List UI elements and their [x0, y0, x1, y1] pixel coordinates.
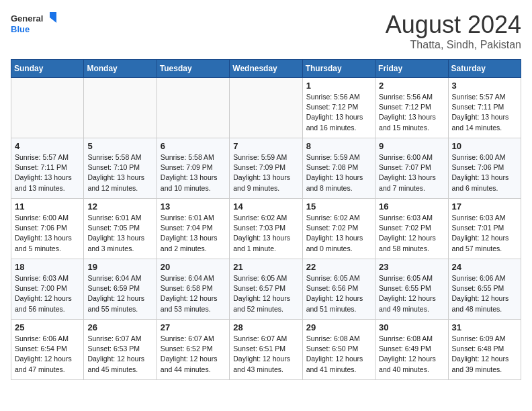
day-info: Sunrise: 6:04 AMSunset: 6:59 PMDaylight:…	[87, 273, 152, 314]
svg-text:Blue: Blue	[11, 24, 30, 34]
day-number: 23	[379, 262, 444, 272]
weekday-header-wednesday: Wednesday	[230, 60, 302, 78]
calendar-cell: 6Sunrise: 5:58 AMSunset: 7:09 PMDaylight…	[157, 138, 229, 199]
calendar-cell	[230, 78, 302, 138]
calendar-cell: 25Sunrise: 6:06 AMSunset: 6:54 PMDayligh…	[11, 320, 84, 380]
day-info: Sunrise: 6:00 AMSunset: 7:06 PMDaylight:…	[452, 152, 517, 193]
day-info: Sunrise: 6:03 AMSunset: 7:01 PMDaylight:…	[452, 213, 517, 254]
calendar-cell: 30Sunrise: 6:08 AMSunset: 6:49 PMDayligh…	[375, 320, 448, 380]
day-info: Sunrise: 5:59 AMSunset: 7:09 PMDaylight:…	[233, 152, 298, 193]
day-number: 30	[379, 322, 444, 332]
day-number: 24	[452, 262, 517, 272]
day-info: Sunrise: 6:01 AMSunset: 7:04 PMDaylight:…	[161, 213, 226, 254]
day-info: Sunrise: 5:57 AMSunset: 7:11 PMDaylight:…	[452, 92, 517, 133]
calendar-cell: 11Sunrise: 6:00 AMSunset: 7:06 PMDayligh…	[11, 199, 84, 259]
day-number: 31	[452, 322, 517, 332]
day-number: 21	[233, 262, 298, 272]
day-number: 18	[15, 262, 80, 272]
day-info: Sunrise: 6:06 AMSunset: 6:54 PMDaylight:…	[15, 334, 80, 375]
day-number: 7	[233, 141, 298, 151]
day-number: 3	[452, 81, 517, 91]
logo-svg: General Blue	[11, 11, 58, 39]
day-number: 1	[306, 81, 371, 91]
calendar-cell: 29Sunrise: 6:08 AMSunset: 6:50 PMDayligh…	[302, 320, 375, 380]
day-info: Sunrise: 5:56 AMSunset: 7:12 PMDaylight:…	[379, 92, 444, 133]
calendar-cell	[157, 78, 229, 138]
svg-text:General: General	[11, 13, 43, 24]
calendar-cell: 12Sunrise: 6:01 AMSunset: 7:05 PMDayligh…	[84, 199, 157, 259]
calendar-cell: 23Sunrise: 6:05 AMSunset: 6:55 PMDayligh…	[375, 259, 448, 320]
day-info: Sunrise: 6:02 AMSunset: 7:03 PMDaylight:…	[233, 213, 298, 254]
calendar-cell: 26Sunrise: 6:07 AMSunset: 6:53 PMDayligh…	[84, 320, 157, 380]
day-number: 28	[233, 322, 298, 332]
calendar-week-4: 18Sunrise: 6:03 AMSunset: 7:00 PMDayligh…	[11, 259, 521, 320]
day-number: 6	[161, 141, 226, 151]
calendar-cell: 18Sunrise: 6:03 AMSunset: 7:00 PMDayligh…	[11, 259, 84, 320]
day-info: Sunrise: 6:08 AMSunset: 6:50 PMDaylight:…	[306, 334, 371, 375]
calendar-cell: 19Sunrise: 6:04 AMSunset: 6:59 PMDayligh…	[84, 259, 157, 320]
calendar-week-3: 11Sunrise: 6:00 AMSunset: 7:06 PMDayligh…	[11, 199, 521, 259]
day-info: Sunrise: 5:57 AMSunset: 7:11 PMDaylight:…	[15, 152, 80, 193]
svg-marker-2	[50, 12, 56, 23]
calendar-cell: 14Sunrise: 6:02 AMSunset: 7:03 PMDayligh…	[230, 199, 302, 259]
day-number: 14	[233, 201, 298, 212]
logo: General Blue	[11, 11, 58, 39]
day-info: Sunrise: 6:09 AMSunset: 6:48 PMDaylight:…	[452, 334, 517, 375]
day-info: Sunrise: 6:07 AMSunset: 6:53 PMDaylight:…	[87, 334, 152, 375]
day-number: 27	[161, 322, 226, 332]
calendar-cell: 9Sunrise: 6:00 AMSunset: 7:07 PMDaylight…	[375, 138, 448, 199]
day-number: 15	[306, 201, 371, 212]
day-info: Sunrise: 6:00 AMSunset: 7:06 PMDaylight:…	[15, 213, 80, 254]
day-number: 5	[87, 141, 152, 151]
day-info: Sunrise: 6:07 AMSunset: 6:52 PMDaylight:…	[161, 334, 226, 375]
day-info: Sunrise: 5:58 AMSunset: 7:10 PMDaylight:…	[87, 152, 152, 193]
weekday-header-friday: Friday	[375, 60, 448, 78]
weekday-header-thursday: Thursday	[302, 60, 375, 78]
day-number: 26	[87, 322, 152, 332]
day-number: 20	[161, 262, 226, 272]
calendar-cell: 2Sunrise: 5:56 AMSunset: 7:12 PMDaylight…	[375, 78, 448, 138]
calendar-cell: 17Sunrise: 6:03 AMSunset: 7:01 PMDayligh…	[448, 199, 521, 259]
calendar-cell: 8Sunrise: 5:59 AMSunset: 7:08 PMDaylight…	[302, 138, 375, 199]
calendar-cell	[84, 78, 157, 138]
calendar-week-5: 25Sunrise: 6:06 AMSunset: 6:54 PMDayligh…	[11, 320, 521, 380]
day-number: 8	[306, 141, 371, 151]
day-number: 10	[452, 141, 517, 151]
calendar-cell: 7Sunrise: 5:59 AMSunset: 7:09 PMDaylight…	[230, 138, 302, 199]
day-number: 29	[306, 322, 371, 332]
calendar-cell: 24Sunrise: 6:06 AMSunset: 6:55 PMDayligh…	[448, 259, 521, 320]
location-subtitle: Thatta, Sindh, Pakistan	[386, 39, 521, 51]
day-info: Sunrise: 5:56 AMSunset: 7:12 PMDaylight:…	[306, 92, 371, 133]
calendar-cell: 1Sunrise: 5:56 AMSunset: 7:12 PMDaylight…	[302, 78, 375, 138]
day-info: Sunrise: 6:05 AMSunset: 6:55 PMDaylight:…	[379, 273, 444, 314]
day-info: Sunrise: 6:07 AMSunset: 6:51 PMDaylight:…	[233, 334, 298, 375]
calendar-cell: 31Sunrise: 6:09 AMSunset: 6:48 PMDayligh…	[448, 320, 521, 380]
day-info: Sunrise: 6:05 AMSunset: 6:56 PMDaylight:…	[306, 273, 371, 314]
month-year-title: August 2024	[386, 11, 521, 39]
day-number: 9	[379, 141, 444, 151]
calendar-cell: 20Sunrise: 6:04 AMSunset: 6:58 PMDayligh…	[157, 259, 229, 320]
day-info: Sunrise: 6:02 AMSunset: 7:02 PMDaylight:…	[306, 213, 371, 254]
calendar-week-2: 4Sunrise: 5:57 AMSunset: 7:11 PMDaylight…	[11, 138, 521, 199]
day-info: Sunrise: 6:00 AMSunset: 7:07 PMDaylight:…	[379, 152, 444, 193]
day-number: 4	[15, 141, 80, 151]
calendar-cell: 21Sunrise: 6:05 AMSunset: 6:57 PMDayligh…	[230, 259, 302, 320]
calendar-cell: 27Sunrise: 6:07 AMSunset: 6:52 PMDayligh…	[157, 320, 229, 380]
day-info: Sunrise: 5:59 AMSunset: 7:08 PMDaylight:…	[306, 152, 371, 193]
calendar-cell: 15Sunrise: 6:02 AMSunset: 7:02 PMDayligh…	[302, 199, 375, 259]
weekday-header-monday: Monday	[84, 60, 157, 78]
weekday-header-row: SundayMondayTuesdayWednesdayThursdayFrid…	[11, 60, 521, 78]
title-block: August 2024 Thatta, Sindh, Pakistan	[386, 11, 521, 51]
day-number: 22	[306, 262, 371, 272]
weekday-header-saturday: Saturday	[448, 60, 521, 78]
day-number: 12	[87, 201, 152, 212]
calendar-cell	[11, 78, 84, 138]
day-info: Sunrise: 6:03 AMSunset: 7:02 PMDaylight:…	[379, 213, 444, 254]
calendar-week-1: 1Sunrise: 5:56 AMSunset: 7:12 PMDaylight…	[11, 78, 521, 138]
weekday-header-tuesday: Tuesday	[157, 60, 229, 78]
day-info: Sunrise: 6:06 AMSunset: 6:55 PMDaylight:…	[452, 273, 517, 314]
day-info: Sunrise: 6:05 AMSunset: 6:57 PMDaylight:…	[233, 273, 298, 314]
day-number: 2	[379, 81, 444, 91]
calendar-cell: 16Sunrise: 6:03 AMSunset: 7:02 PMDayligh…	[375, 199, 448, 259]
calendar-cell: 10Sunrise: 6:00 AMSunset: 7:06 PMDayligh…	[448, 138, 521, 199]
